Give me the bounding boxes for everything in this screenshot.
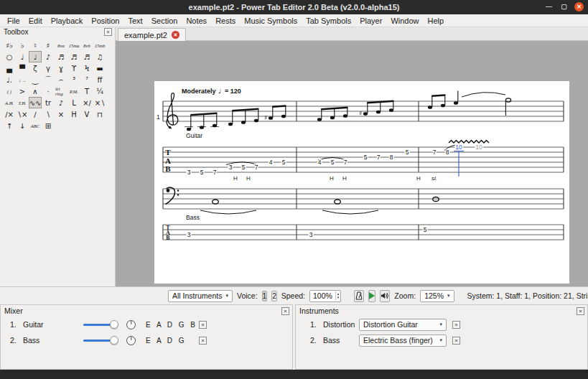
trill-icon[interactable]: tr (42, 97, 55, 108)
fret-number[interactable]: 5 (364, 154, 368, 161)
maximize-button[interactable]: ▢ (559, 2, 569, 11)
mixer-close-button[interactable]: ✕ (281, 307, 289, 315)
volume-slider[interactable] (83, 335, 118, 345)
volume-slider[interactable] (83, 319, 118, 329)
speed-spinbox[interactable]: 100% ▴ ▾ (309, 290, 341, 302)
tab-example-pt2[interactable]: example.pt2 ✕ (118, 28, 186, 41)
whole-rest-icon[interactable]: ▄ (3, 62, 16, 74)
voice-1-button[interactable]: 1 (262, 291, 268, 301)
fret-number[interactable]: 3 (229, 164, 233, 171)
menu-position[interactable]: Position (87, 17, 123, 25)
natural-icon[interactable]: ♮ (29, 39, 42, 51)
remove-instrument-button[interactable]: ✕ (452, 337, 460, 345)
toolbox-close-button[interactable]: ✕ (104, 28, 112, 36)
muted-note-icon[interactable]: × (55, 108, 67, 120)
fret-number[interactable]: 4 (269, 159, 273, 166)
pickstroke-up-icon[interactable]: V (80, 108, 93, 120)
score-scroll-area[interactable]: Moderately ♩ = 120 1 (116, 41, 588, 286)
menu-text[interactable]: Text (123, 17, 146, 25)
ghost-fret-number[interactable]: 10 (475, 144, 482, 151)
tapped-harmonic-icon[interactable]: T.H. (16, 97, 29, 108)
menu-window[interactable]: Window (386, 17, 423, 25)
shift-slide-icon[interactable]: ∕ (29, 108, 42, 120)
fret-number[interactable]: 8 (446, 149, 449, 156)
menu-music-symbols[interactable]: Music Symbols (240, 17, 302, 25)
menu-tab-symbols[interactable]: Tab Symbols (302, 17, 355, 25)
tab-close-icon[interactable]: ✕ (172, 31, 179, 39)
whole-note-icon[interactable]: ○ (3, 51, 16, 62)
fret-number[interactable]: 7 (433, 149, 437, 156)
midi-output-button[interactable] (380, 290, 390, 302)
octave-8vb-icon[interactable]: 8vb (80, 39, 93, 51)
instrument-preset-dropdown[interactable]: Distortion Guitar▾ (359, 319, 447, 331)
instrument-filter-dropdown[interactable]: All Instruments ▾ (168, 290, 233, 302)
thirtysecond-note-icon[interactable]: ♬ (67, 51, 80, 62)
eighth-rest-icon[interactable]: γ (42, 62, 55, 74)
quarter-note-icon[interactable]: ♩ (29, 51, 42, 62)
artificial-harmonic-icon[interactable]: A.H. (3, 97, 16, 108)
pan-knob[interactable] (126, 336, 136, 345)
ghost-note-icon[interactable]: ( ) (3, 85, 16, 97)
fret-number[interactable]: 5 (282, 159, 286, 166)
voice-2-button[interactable]: 2 (271, 291, 277, 301)
fret-number[interactable]: 5 (331, 159, 335, 166)
fermata-icon[interactable]: ⌢ (55, 74, 67, 85)
vibrato-icon[interactable]: ∿∿ (29, 97, 42, 108)
arpeggio-up-icon[interactable]: ↑ (3, 120, 16, 131)
legato-slide-icon[interactable]: ∖ (42, 108, 55, 120)
sixteenth-rest-icon[interactable]: ɣ (55, 62, 67, 74)
palm-mute-icon[interactable]: P.M. (67, 85, 80, 97)
sixtyfourth-rest-icon[interactable]: Ϟ (80, 62, 93, 74)
play-button[interactable] (368, 290, 375, 302)
sharp-icon[interactable]: ♯ (42, 39, 55, 51)
pickstroke-down-icon[interactable]: ⊓ (93, 108, 106, 120)
quarter-rest-icon[interactable]: ζ (29, 62, 42, 74)
double-dotted-note-icon[interactable]: ♩.. (16, 74, 29, 85)
minimize-button[interactable]: — (544, 2, 554, 11)
fret-number[interactable]: 7 (344, 159, 347, 166)
octave-8va-icon[interactable]: 8va (55, 39, 67, 51)
fret-number[interactable]: 7 (377, 154, 381, 161)
sixteenth-note-icon[interactable]: ♬ (55, 51, 67, 62)
slide-in-below-icon[interactable]: ∕× (3, 108, 16, 120)
spinner-arrows-icon[interactable]: ▴ ▾ (335, 291, 341, 300)
let-ring-icon[interactable]: let ring (55, 85, 67, 97)
fret-number[interactable]: 7 (255, 164, 258, 171)
menu-playback[interactable]: Playback (47, 17, 88, 25)
slide-out-down-icon[interactable]: ×∕ (80, 97, 93, 108)
slur-icon[interactable]: ⌒ (42, 74, 55, 85)
menu-edit[interactable]: Edit (24, 17, 47, 25)
chord-name-icon[interactable]: ⊞ (42, 120, 55, 131)
fret-number[interactable]: 7 (213, 169, 217, 176)
tap-icon[interactable]: T (80, 85, 93, 97)
fret-number[interactable]: 5 (424, 226, 427, 233)
fret-number[interactable]: 3 (187, 231, 191, 238)
arpeggio-down-icon[interactable]: ↓ (16, 120, 29, 131)
sixtyfourth-note-icon[interactable]: ♬ (80, 51, 93, 62)
slide-out-up-icon[interactable]: ×∖ (93, 97, 106, 108)
thirtysecond-rest-icon[interactable]: ϒ (67, 62, 80, 74)
remove-track-button[interactable]: ✕ (199, 337, 207, 345)
octave-15mb-icon[interactable]: 15mb (93, 39, 106, 51)
fret-number[interactable]: 4 (318, 159, 322, 166)
tuning-label[interactable]: E A D G B E (146, 321, 199, 329)
tuning-label[interactable]: E A D G (146, 337, 199, 345)
remove-track-button[interactable]: ✕ (199, 321, 207, 329)
menu-help[interactable]: Help (424, 17, 449, 25)
eighth-note-icon[interactable]: ♪ (42, 51, 55, 62)
instrument-preset-dropdown[interactable]: Electric Bass (finger)▾ (359, 334, 447, 347)
score-page[interactable]: Moderately ♩ = 120 1 (154, 81, 569, 284)
left-hand-fingering-icon[interactable]: L (67, 97, 80, 108)
menu-notes[interactable]: Notes (182, 17, 211, 25)
dotted-note-icon[interactable]: ♩. (3, 74, 16, 85)
fret-number[interactable]: 8 (390, 154, 393, 161)
tempo-text[interactable]: Moderately (182, 88, 216, 95)
heavy-accent-icon[interactable]: ∧ (29, 85, 42, 97)
staccato-icon[interactable]: · (42, 85, 55, 97)
half-note-icon[interactable]: ♩ (16, 51, 29, 62)
slider-handle[interactable] (110, 320, 118, 329)
instruments-close-button[interactable]: ✕ (577, 307, 584, 315)
key-signature-icon[interactable]: ♯♭ (3, 39, 16, 51)
menu-player[interactable]: Player (355, 17, 386, 25)
fret-number[interactable]: 5 (200, 169, 204, 176)
